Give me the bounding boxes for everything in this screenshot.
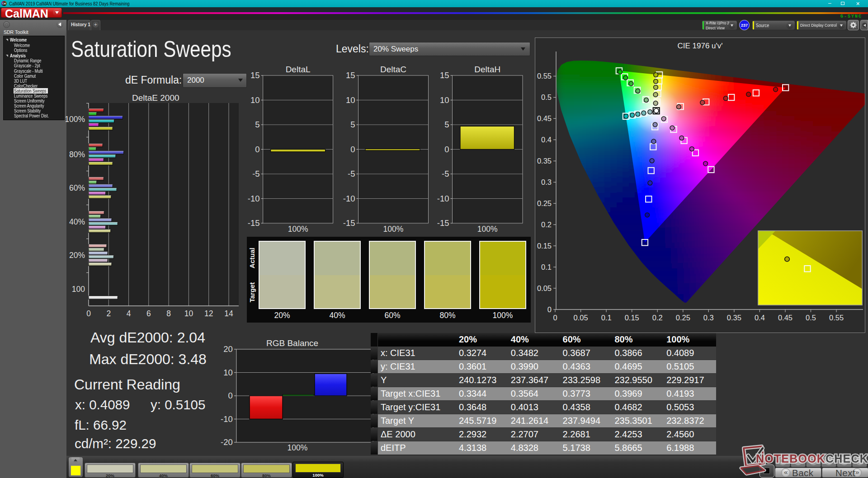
svg-text:DeltaC: DeltaC <box>380 65 406 74</box>
svg-text:0: 0 <box>553 314 557 322</box>
svg-text:-5: -5 <box>442 169 449 178</box>
svg-text:12: 12 <box>204 309 213 318</box>
svg-text:-15: -15 <box>437 218 449 228</box>
svg-text:0.2: 0.2 <box>541 220 552 229</box>
svg-text:10: 10 <box>184 309 193 318</box>
svg-text:100%: 100% <box>383 225 404 234</box>
svg-text:0.45: 0.45 <box>537 114 552 122</box>
svg-text:0.25: 0.25 <box>676 314 690 322</box>
svg-text:10: 10 <box>346 95 355 105</box>
svg-text:-15: -15 <box>248 218 260 228</box>
svg-text:6: 6 <box>146 309 151 318</box>
svg-text:100: 100 <box>72 285 85 294</box>
svg-text:0.55: 0.55 <box>537 72 552 80</box>
svg-text:20: 20 <box>223 344 233 354</box>
svg-text:DeltaH: DeltaH <box>474 65 500 74</box>
svg-text:15: 15 <box>440 70 449 80</box>
svg-text:0.5: 0.5 <box>541 93 552 101</box>
svg-text:0.2: 0.2 <box>652 314 663 322</box>
svg-text:DeltaL: DeltaL <box>286 65 311 74</box>
svg-text:0.3: 0.3 <box>541 178 552 186</box>
svg-text:100%: 100% <box>288 443 308 452</box>
svg-text:0.4: 0.4 <box>541 136 552 144</box>
svg-text:0: 0 <box>350 145 355 154</box>
svg-text:-10: -10 <box>221 414 233 424</box>
svg-text:-20: -20 <box>221 437 233 447</box>
svg-text:5: 5 <box>350 120 355 129</box>
svg-text:0.45: 0.45 <box>778 314 793 322</box>
svg-text:0: 0 <box>86 309 91 318</box>
svg-text:60%: 60% <box>69 183 85 192</box>
svg-text:4: 4 <box>127 309 131 318</box>
svg-text:0: 0 <box>547 305 552 314</box>
svg-text:8: 8 <box>166 309 171 318</box>
svg-text:0.15: 0.15 <box>625 314 639 322</box>
svg-text:100%: 100% <box>477 225 498 234</box>
svg-text:10: 10 <box>223 368 233 377</box>
svg-text:0.05: 0.05 <box>537 284 552 292</box>
svg-text:-5: -5 <box>252 169 259 178</box>
svg-text:0.15: 0.15 <box>537 242 552 250</box>
svg-text:100%: 100% <box>288 225 308 234</box>
svg-text:5: 5 <box>444 120 449 129</box>
svg-text:0.4: 0.4 <box>755 314 765 322</box>
svg-text:40%: 40% <box>69 217 85 226</box>
svg-text:0.35: 0.35 <box>727 314 741 322</box>
svg-text:0.55: 0.55 <box>829 314 844 322</box>
svg-text:0: 0 <box>255 145 259 154</box>
svg-text:100%: 100% <box>66 115 85 124</box>
svg-text:0: 0 <box>444 145 449 154</box>
svg-text:0.25: 0.25 <box>537 199 552 207</box>
svg-text:10: 10 <box>250 95 260 105</box>
svg-text:-5: -5 <box>348 169 355 178</box>
svg-text:0.1: 0.1 <box>541 263 552 271</box>
svg-text:15: 15 <box>346 70 355 80</box>
svg-text:0.3: 0.3 <box>703 314 714 322</box>
svg-text:0.1: 0.1 <box>601 314 612 322</box>
svg-text:0.35: 0.35 <box>537 157 552 165</box>
svg-text:0: 0 <box>228 391 233 400</box>
svg-text:-10: -10 <box>248 194 260 203</box>
svg-text:2: 2 <box>106 309 111 318</box>
svg-text:10: 10 <box>440 95 449 105</box>
svg-text:0.5: 0.5 <box>806 314 816 322</box>
svg-text:-15: -15 <box>343 218 355 228</box>
svg-text:5: 5 <box>255 120 259 129</box>
svg-text:0.05: 0.05 <box>574 314 588 322</box>
svg-text:15: 15 <box>250 70 260 80</box>
svg-text:14: 14 <box>224 309 233 318</box>
svg-text:-10: -10 <box>343 194 355 203</box>
svg-text:80%: 80% <box>69 150 85 159</box>
svg-text:-10: -10 <box>437 194 449 203</box>
svg-text:20%: 20% <box>69 251 85 260</box>
